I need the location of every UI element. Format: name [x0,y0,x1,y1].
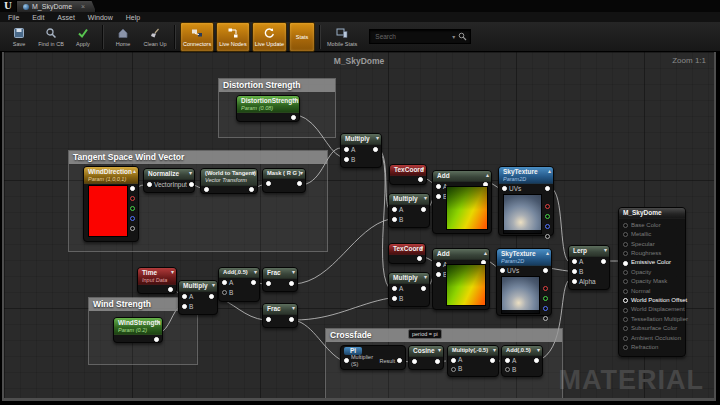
b-input-pin[interactable] [436,194,441,199]
r-output-pin[interactable] [130,196,135,201]
comment-title[interactable]: Crossfade [326,329,562,342]
output-pin[interactable] [421,207,426,212]
input-pin[interactable] [266,181,271,186]
b-input-pin[interactable] [222,290,227,295]
rgb-output-pin[interactable] [130,186,135,191]
r-output-pin[interactable] [545,204,550,209]
node-texcoord-1[interactable]: TexCoord▾ [389,164,427,185]
node-add-uv-1[interactable]: Add▴ A B [432,170,492,234]
node-wind-strength-param[interactable]: WindStrengthParam (0.2)▾ [113,317,163,343]
menu-window[interactable]: Window [88,14,113,21]
live-update-button[interactable]: Live Update [252,22,287,52]
output-pin[interactable] [289,281,294,286]
collapse-icon[interactable]: ▾ [254,269,257,276]
menu-file[interactable]: File [8,14,19,21]
g-output-pin[interactable] [130,206,135,211]
output-pin[interactable] [373,147,378,152]
b-output-pin[interactable] [130,216,135,221]
output-pin[interactable] [251,280,256,285]
a-input-pin[interactable] [505,358,510,363]
node-add-05-crossfade[interactable]: Add(,0.5)▾ A B [501,345,543,377]
a-input-pin[interactable] [182,294,187,299]
b-input-pin[interactable] [182,304,187,309]
output-pin[interactable] [291,115,296,120]
mobile-stats-button[interactable]: Mobile Stats [325,23,359,51]
comment-title[interactable]: Distortion Strength [219,79,335,92]
node-normalize[interactable]: Normalize▾ VectorInput [143,168,195,193]
find-in-cb-button[interactable]: Find in CB [36,23,66,51]
roughness-pin[interactable] [623,251,628,256]
collapse-icon[interactable]: ▾ [292,305,295,312]
node-add-uv-2[interactable]: Add▴ A B [432,248,490,310]
output-pin[interactable] [418,177,423,182]
output-pin[interactable] [601,259,606,264]
collapse-icon[interactable]: ▾ [300,170,303,177]
output-pin[interactable] [168,287,173,292]
output-pin[interactable] [289,317,294,322]
b-output-pin[interactable] [543,306,548,311]
collapse-icon[interactable]: ▾ [424,274,427,281]
tessellation-multiplier-pin[interactable] [623,317,628,322]
b-output-pin[interactable] [545,224,550,229]
a-output-pin[interactable] [545,234,550,239]
alpha-input-pin[interactable] [572,279,577,284]
node-pi[interactable]: Pi Multiplier (S)Result [340,345,406,370]
ambient-occlusion-pin[interactable] [623,336,628,341]
input-pin[interactable] [266,317,271,322]
node-material-output[interactable]: M_SkyDome Base Color Metallic Specular R… [618,207,686,357]
output-pin[interactable] [249,187,254,192]
material-graph-canvas[interactable]: MATERIAL Distortion Strength Tan [2,52,716,401]
base-color-pin[interactable] [623,223,628,228]
metallic-pin[interactable] [623,232,628,237]
a-input-pin[interactable] [436,184,441,189]
collapse-icon[interactable]: ▾ [420,245,423,252]
collapse-icon[interactable]: ▾ [252,170,255,177]
g-output-pin[interactable] [545,214,550,219]
node-sky-texture-1[interactable]: SkyTextureParam2D▴ UVs [498,166,554,236]
collapse-icon[interactable]: ▾ [424,195,427,202]
collapse-icon[interactable]: ▾ [292,269,295,276]
collapse-icon[interactable]: ▾ [604,247,607,254]
opacity-mask-pin[interactable] [623,279,628,284]
live-nodes-button[interactable]: Live Nodes [216,22,250,52]
stats-button[interactable]: Stats [289,22,315,52]
node-world-to-tangent[interactable]: (World to Tangent)Vector Transform▾ [200,168,258,194]
node-multiply-uv-1[interactable]: Multiply▾ A B [388,193,430,228]
chevron-down-icon[interactable]: ▾ [452,33,455,40]
output-pin[interactable] [490,358,495,363]
menu-asset[interactable]: Asset [57,14,75,21]
collapse-icon[interactable]: ▾ [537,347,540,354]
a-input-pin[interactable] [436,262,441,267]
menu-help[interactable]: Help [126,14,140,21]
output-pin[interactable] [189,182,194,187]
collapse-icon[interactable]: ▾ [376,135,379,142]
emissive-color-pin[interactable] [623,261,628,266]
a-input-pin[interactable] [222,280,227,285]
output-pin[interactable] [421,286,426,291]
comment-title[interactable]: Tangent Space Wind Vector [69,151,327,164]
output-pin[interactable] [209,294,214,299]
b-input-pin[interactable] [392,296,397,301]
node-time[interactable]: TimeInput Data▾ [137,267,177,294]
node-cosine[interactable]: Cosine▾ [408,345,444,370]
input-pin[interactable] [147,182,152,187]
search-input[interactable] [373,32,449,41]
g-output-pin[interactable] [543,296,548,301]
b-input-pin[interactable] [344,157,349,162]
output-pin[interactable] [154,337,159,342]
refraction-pin[interactable] [623,345,628,350]
b-input-pin[interactable] [392,217,397,222]
node-multiply-neg05[interactable]: Multiply(,-0.5)▾ A B [447,345,499,377]
b-input-pin[interactable] [451,367,456,372]
result-output-pin[interactable] [397,358,402,363]
collapse-icon[interactable]: ▴ [484,250,487,257]
specular-pin[interactable] [623,242,628,247]
world-position-offset-pin[interactable] [623,298,628,303]
menu-edit[interactable]: Edit [32,14,44,21]
node-multiply-time[interactable]: Multiply▾ A B [178,280,218,315]
node-multiply-uv-2[interactable]: Multiply▾ A B [388,272,430,307]
a-input-pin[interactable] [451,358,456,363]
collapse-icon[interactable]: ▴ [133,168,136,175]
output-pin[interactable] [417,256,422,261]
node-wind-direction-param[interactable]: WindDirectionParam (1,0,0,1)▴ [83,166,139,242]
